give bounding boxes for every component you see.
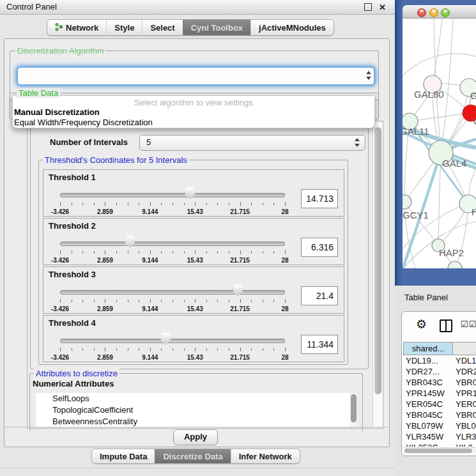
slider-thumb[interactable]	[161, 333, 171, 345]
threshold-value-field[interactable]: 21.4	[301, 286, 338, 305]
threshold-label: Threshold 3	[49, 270, 96, 279]
column-header-shared[interactable]: shared...	[403, 342, 453, 355]
threshold-value-field[interactable]: 11.344	[301, 335, 338, 354]
num-intervals-combobox[interactable]: 5	[139, 135, 365, 151]
horizontal-scrollbar-thumb[interactable]	[404, 449, 472, 453]
tick-mark	[60, 250, 61, 254]
slider-tick-labels: -3.4262.8599.14415.4321.71528	[60, 305, 285, 313]
gear-icon[interactable]: ⚙	[416, 317, 427, 332]
tab-cyni-toolbox[interactable]: Cyni Toolbox	[183, 20, 250, 35]
attribute-item-betweennesscentrality[interactable]: BetweennessCentrality	[36, 416, 357, 427]
threshold-slider[interactable]: -3.4262.8599.14415.4321.71528	[60, 234, 285, 263]
network-window-frame: GAL80 G C GAL11 GAL4 GCY1 H HAP2	[395, 0, 476, 286]
float-panel-icon[interactable]	[364, 3, 372, 11]
table-row[interactable]: YDL19...YDL1	[403, 356, 476, 367]
tab-network[interactable]: Network	[47, 20, 106, 35]
tab-discretize-data[interactable]: Discretize Data	[155, 449, 230, 463]
table-row[interactable]: YDR27...YDR2	[403, 367, 476, 378]
tick-mark	[195, 348, 196, 351]
table-row[interactable]: YPR145WYPR1	[403, 388, 476, 399]
tab-impute-data[interactable]: Impute Data	[92, 449, 155, 463]
table-row[interactable]: YBL079WYBL0	[403, 421, 476, 432]
tick-mark	[285, 299, 286, 303]
tick-label: 28	[281, 354, 288, 361]
table-row[interactable]: YBR045CYBR0	[403, 410, 476, 421]
table-row[interactable]: YLR345WYLR3	[403, 432, 476, 443]
tab-style[interactable]: Style	[106, 20, 142, 35]
combo-stepper-icon[interactable]	[365, 70, 371, 81]
numerical-attributes-list[interactable]: SelfLoopsTopologicalCoefficientBetweenne…	[36, 393, 357, 427]
table-toolbar: ⚙ ☑☑	[402, 312, 476, 339]
attributes-group: Attributes to discretize Numerical Attri…	[29, 373, 363, 431]
cell-shared-name: YDR27...	[406, 367, 440, 376]
threshold-value-field[interactable]: 14.713	[301, 189, 338, 208]
vertical-scrollbar-thumb[interactable]	[374, 127, 381, 394]
tick-label: 21.715	[230, 305, 250, 312]
apply-button[interactable]: Apply	[173, 429, 218, 445]
algorithm-combobox[interactable]	[17, 66, 375, 86]
apply-separator	[5, 427, 388, 427]
tick-mark	[150, 299, 151, 303]
tick-mark	[116, 203, 117, 205]
vertical-scrollbar[interactable]	[372, 122, 383, 427]
tick-mark	[285, 348, 286, 351]
attribute-item-selfloops[interactable]: SelfLoops	[36, 393, 357, 404]
attributes-scrollbar-thumb[interactable]	[351, 394, 357, 422]
top-tab-bar: NetworkStyleSelectCyni ToolboxjActiveMNo…	[47, 19, 334, 36]
tick-mark	[217, 251, 218, 254]
tick-label: 2.859	[97, 354, 113, 361]
interval-definition-group: Interval Definition Number of Intervals …	[30, 124, 369, 369]
tick-label: 2.859	[97, 257, 113, 264]
cell-shared-name: YLR345W	[406, 432, 443, 441]
threshold-slider[interactable]: -3.4262.8599.14415.4321.71528	[60, 331, 285, 360]
node-partial-bottom[interactable]	[448, 261, 462, 268]
tick-mark	[82, 348, 83, 351]
slider-thumb[interactable]	[125, 236, 135, 248]
close-window-icon[interactable]	[417, 8, 426, 17]
control-panel-titlebar: Control Panel ✕	[0, 0, 395, 15]
tab-select[interactable]: Select	[142, 20, 182, 35]
minimize-window-icon[interactable]	[429, 8, 438, 17]
attributes-group-label: Attributes to discretize	[34, 369, 119, 378]
column-header-name[interactable]: n	[453, 342, 476, 355]
horizontal-scrollbar[interactable]	[403, 447, 476, 454]
cell-name: YDR2	[456, 367, 476, 376]
checkbox-icons[interactable]: ☑☑	[461, 319, 476, 329]
tick-mark	[173, 348, 173, 351]
thresholds-group-label: Threshold's Coordinates for 5 Intervals	[43, 155, 189, 165]
zoom-window-icon[interactable]	[441, 8, 450, 17]
tick-label: -3.426	[51, 305, 69, 312]
slider-thumb[interactable]	[233, 284, 243, 296]
attributes-scrollbar[interactable]	[350, 393, 357, 427]
tick-mark	[273, 251, 274, 254]
threshold-slider[interactable]: -3.4262.8599.14415.4321.71528	[60, 282, 285, 312]
table-row[interactable]: YIL052CYIL0	[403, 443, 476, 447]
tick-mark	[184, 203, 185, 205]
tab-jactivemnodules[interactable]: jActiveMNodules	[250, 20, 334, 35]
node-gcy1[interactable]	[403, 195, 411, 209]
algorithm-option-manual[interactable]: Manual Discretization	[14, 107, 100, 117]
tick-mark	[206, 348, 207, 351]
threshold-value-field[interactable]: 6.316	[301, 238, 338, 257]
table-row[interactable]: YER054CYER0	[403, 399, 476, 410]
node-label: GAL11	[403, 126, 429, 137]
algorithm-hint-option[interactable]: Select algorithm to view settings	[13, 98, 374, 107]
threshold-row: Threshold 411.344-3.4262.8599.14415.4321…	[43, 315, 344, 362]
combo-stepper-icon[interactable]	[354, 137, 360, 148]
tick-mark	[217, 300, 218, 302]
network-canvas[interactable]: GAL80 G C GAL11 GAL4 GCY1 H HAP2	[403, 19, 476, 268]
algorithm-option-equal-width[interactable]: Equal Width/Frequency Discretization	[14, 118, 153, 127]
threshold-slider[interactable]: -3.4262.8599.14415.4321.71528	[60, 185, 285, 215]
table-row[interactable]: YBR043CYBR0	[403, 378, 476, 388]
split-view-icon[interactable]	[440, 319, 452, 332]
close-panel-icon[interactable]: ✕	[379, 3, 386, 12]
attribute-item-topologicalcoefficient[interactable]: TopologicalCoefficient	[36, 404, 357, 416]
tab-infer-network[interactable]: Infer Network	[231, 449, 300, 463]
tick-mark	[229, 300, 229, 302]
table-panel: ⚙ ☑☑ shared... n YDL19...YDL1YDR27...YDR…	[401, 311, 476, 456]
cell-name: YBR0	[456, 378, 476, 387]
tick-mark	[94, 300, 95, 302]
slider-thumb[interactable]	[185, 187, 195, 199]
panel-title: Control Panel	[6, 2, 57, 12]
tick-mark	[184, 348, 185, 351]
